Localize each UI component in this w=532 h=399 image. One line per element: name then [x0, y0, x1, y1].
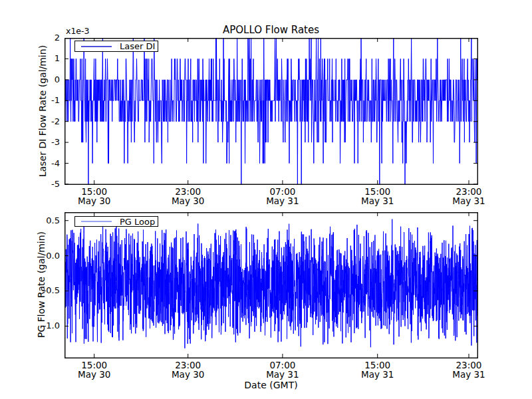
pg-loop-legend-label: PG Loop — [120, 217, 155, 227]
x-tick-label: 15:00 May 31 — [355, 360, 400, 379]
pg-loop-legend: PG Loop — [74, 216, 158, 227]
x-tick-label: 15:00 May 30 — [72, 187, 117, 205]
figure-title: APOLLO Flow Rates — [65, 24, 477, 36]
y-tick-label: 0.5 — [33, 216, 60, 225]
laser-di-legend-label: Laser DI — [120, 41, 155, 51]
y-tick-label: -3 — [33, 138, 60, 147]
y-tick-label: -0.5 — [33, 286, 60, 295]
laser-di-ylabel: Laser DI Flow Rate (gal/min) — [37, 45, 48, 177]
x-tick-label: 15:00 May 31 — [355, 187, 400, 205]
pg-loop-plot-area — [65, 212, 478, 358]
y-tick-label: -1.0 — [33, 321, 60, 331]
laser_di-series-line — [65, 38, 477, 184]
x-axis-label: Date (GMT) — [65, 380, 477, 390]
y-tick-label: -1 — [33, 96, 60, 105]
y-axis-offset-text: x1e-3 — [66, 26, 90, 36]
laser-di-legend-line-sample — [81, 46, 112, 47]
x-tick-label: 23:00 May 31 — [446, 360, 491, 379]
figure-canvas: APOLLO Flow Rates x1e-3 Laser DI Flow Ra… — [0, 0, 532, 399]
x-tick-label: 23:00 May 30 — [166, 187, 211, 205]
y-tick-label: 0 — [33, 75, 60, 84]
pg_loop-series-line — [65, 219, 477, 348]
y-tick-label: 0.0 — [33, 251, 60, 261]
y-tick-label: 2 — [33, 33, 60, 43]
x-tick-label: 23:00 May 30 — [166, 360, 211, 379]
y-tick-label: -5 — [33, 180, 60, 189]
laser-di-legend: Laser DI — [74, 41, 158, 52]
y-tick-label: -4 — [33, 159, 60, 168]
x-tick-label: 07:00 May 31 — [260, 187, 305, 205]
laser-di-plot-area — [65, 38, 478, 185]
x-tick-label: 07:00 May 31 — [260, 360, 305, 379]
x-tick-label: 23:00 May 31 — [446, 187, 491, 205]
y-tick-label: 1 — [33, 54, 60, 63]
x-tick-label: 15:00 May 30 — [72, 360, 117, 379]
pg-loop-legend-line-sample — [81, 221, 112, 222]
y-tick-label: -2 — [33, 117, 60, 126]
